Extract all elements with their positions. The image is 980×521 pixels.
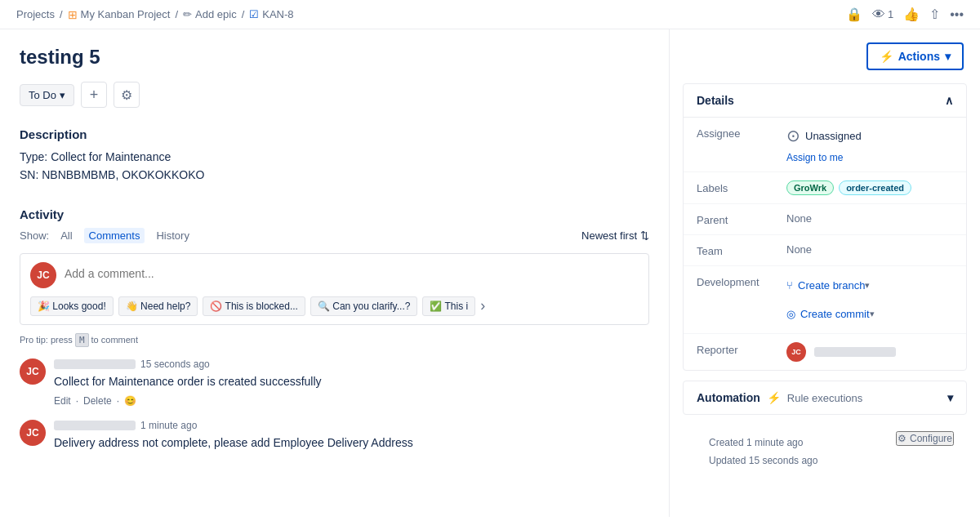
unassigned-icon: ⊙ xyxy=(786,126,800,145)
comment1-content: 15 seconds ago Collect for Maintenance o… xyxy=(54,358,649,407)
created-timestamp: Created 1 minute ago xyxy=(709,434,817,452)
commit-icon: ◎ xyxy=(786,308,795,320)
breadcrumb-add-epic[interactable]: ✏ Add epic xyxy=(183,8,237,20)
branch-icon: ⑂ xyxy=(786,279,793,292)
development-row: Development ⑂ Create branch ▾ ◎ Create c… xyxy=(684,266,966,334)
gear-icon: ⚙ xyxy=(898,433,906,444)
left-panel: testing 5 To Do ▾ + ⚙ Description Type: … xyxy=(0,29,670,517)
right-panel: ⚡ Actions ▾ Details ∧ Assignee ⊙ Unassig… xyxy=(670,29,980,517)
comment-input[interactable] xyxy=(65,262,639,285)
sort-select[interactable]: Newest first ⇅ xyxy=(581,229,649,242)
description-line2: SN: NBNBBMBMB, OKOKOKKOKO xyxy=(20,166,649,184)
status-chevron: ▾ xyxy=(60,89,65,101)
development-value: ⑂ Create branch ▾ ◎ Create commit ▾ xyxy=(786,274,953,325)
reporter-row: Reporter JC xyxy=(684,334,966,370)
timestamps-area: Created 1 minute ago Updated 15 seconds … xyxy=(670,425,980,479)
labels-value: GroWrk order-created xyxy=(786,180,953,195)
breadcrumb-projects[interactable]: Projects xyxy=(16,8,55,20)
details-header[interactable]: Details ∧ xyxy=(684,84,966,118)
comment1-delete[interactable]: Delete xyxy=(83,395,112,407)
status-button[interactable]: To Do ▾ xyxy=(20,84,74,106)
description-section: Description Type: Collect for Maintenanc… xyxy=(20,127,649,185)
activity-item-2: JC 1 minute ago Delivery address not com… xyxy=(20,420,649,456)
actions-row: ⚡ Actions ▾ xyxy=(670,29,980,83)
comment-box: JC 🎉 Looks good! 👋 Need help? 🚫 This is … xyxy=(20,253,649,325)
comment1-text: Collect for Maintenance order is created… xyxy=(54,373,649,390)
top-bar: Projects / ⊞ My Kanban Project / ✏ Add e… xyxy=(0,0,980,29)
more-icon[interactable]: ••• xyxy=(950,7,964,22)
quick-more-icon[interactable]: › xyxy=(480,297,485,314)
comment1-meta: 15 seconds ago xyxy=(54,358,649,370)
reporter-label: Reporter xyxy=(697,342,786,356)
like-icon[interactable]: 👍 xyxy=(903,7,920,22)
automation-heading: Automation xyxy=(697,391,760,404)
create-branch-link[interactable]: Create branch xyxy=(798,279,865,292)
create-commit-row: ◎ Create commit ▾ xyxy=(786,303,875,325)
create-commit-chevron[interactable]: ▾ xyxy=(870,309,875,319)
reporter-name xyxy=(814,347,896,357)
share-icon[interactable]: ⇧ xyxy=(929,7,940,22)
emoji-reaction[interactable]: 😊 xyxy=(124,395,136,407)
settings-button[interactable]: ⚙ xyxy=(114,82,140,108)
team-value: None xyxy=(786,243,953,256)
comment1-edit[interactable]: Edit xyxy=(54,395,71,407)
bolt-icon: ⚡ xyxy=(880,50,893,63)
assignee-value: ⊙ Unassigned Assign to me xyxy=(786,126,953,163)
reporter-avatar: JC xyxy=(786,342,806,362)
keyboard-shortcut: M xyxy=(75,333,89,347)
quick-comment-3[interactable]: 🔍 Can you clarify...? xyxy=(310,296,417,316)
details-panel: Details ∧ Assignee ⊙ Unassigned Assign t… xyxy=(683,83,967,371)
description-heading: Description xyxy=(20,127,649,141)
add-button[interactable]: + xyxy=(81,82,107,108)
parent-row: Parent None xyxy=(684,204,966,235)
main-layout: testing 5 To Do ▾ + ⚙ Description Type: … xyxy=(0,29,980,517)
kanban-icon: ⊞ xyxy=(68,8,78,21)
create-branch-chevron[interactable]: ▾ xyxy=(865,280,870,291)
development-label: Development xyxy=(697,274,786,288)
assign-me-link[interactable]: Assign to me xyxy=(786,152,843,163)
assignee-row: Assignee ⊙ Unassigned Assign to me xyxy=(684,118,966,172)
breadcrumb-issue-key[interactable]: ☑ KAN-8 xyxy=(249,8,293,20)
reporter-value: JC xyxy=(786,342,953,362)
timestamps: Created 1 minute ago Updated 15 seconds … xyxy=(683,428,844,476)
activity-section: Activity Show: All Comments History Newe… xyxy=(20,207,649,456)
show-label: Show: xyxy=(20,229,49,242)
comment2-meta: 1 minute ago xyxy=(54,420,649,431)
pencil-icon: ✏ xyxy=(183,8,192,20)
activity-item-1: JC 15 seconds ago Collect for Maintenanc… xyxy=(20,358,649,407)
bolt-icon-automation: ⚡ xyxy=(767,391,781,404)
watch-icon[interactable]: 👁 1 xyxy=(872,7,893,22)
parent-value: None xyxy=(786,212,953,225)
breadcrumb-project[interactable]: ⊞ My Kanban Project xyxy=(68,8,171,21)
automation-panel: Automation ⚡ Rule executions ▾ xyxy=(683,381,967,415)
quick-comment-0[interactable]: 🎉 Looks good! xyxy=(30,296,114,316)
configure-row: ⚙ Configure xyxy=(883,428,967,449)
pro-tip: Pro tip: press M to comment xyxy=(20,335,649,345)
checkbox-icon: ☑ xyxy=(249,8,259,20)
rule-executions: Rule executions xyxy=(787,392,863,404)
actions-button[interactable]: ⚡ Actions ▾ xyxy=(866,42,964,70)
quick-comments: 🎉 Looks good! 👋 Need help? 🚫 This is blo… xyxy=(30,296,639,316)
assignee-name: Unassigned xyxy=(805,130,862,142)
automation-left: Automation ⚡ Rule executions xyxy=(697,391,862,404)
lock-icon[interactable]: 🔒 xyxy=(846,7,862,22)
details-heading: Details xyxy=(697,94,734,107)
labels-row: Labels GroWrk order-created xyxy=(684,172,966,204)
automation-header[interactable]: Automation ⚡ Rule executions ▾ xyxy=(684,381,966,414)
activity-heading: Activity xyxy=(20,207,649,221)
quick-comment-4[interactable]: ✅ This i xyxy=(422,296,475,316)
configure-button[interactable]: ⚙ Configure xyxy=(896,431,954,446)
team-label: Team xyxy=(697,243,786,257)
quick-comment-2[interactable]: 🚫 This is blocked... xyxy=(203,296,305,316)
comment1-actions: Edit · Delete · 😊 xyxy=(54,395,649,407)
comment2-user xyxy=(54,421,136,430)
create-commit-link[interactable]: Create commit xyxy=(800,308,870,320)
filter-comments[interactable]: Comments xyxy=(84,228,145,243)
quick-comment-1[interactable]: 👋 Need help? xyxy=(118,296,198,316)
comment2-time: 1 minute ago xyxy=(140,420,197,431)
label-growrk[interactable]: GroWrk xyxy=(786,180,834,195)
label-order-created[interactable]: order-created xyxy=(839,180,911,195)
create-branch-row: ⑂ Create branch ▾ xyxy=(786,274,870,296)
filter-history[interactable]: History xyxy=(151,228,194,243)
filter-all[interactable]: All xyxy=(56,228,77,243)
